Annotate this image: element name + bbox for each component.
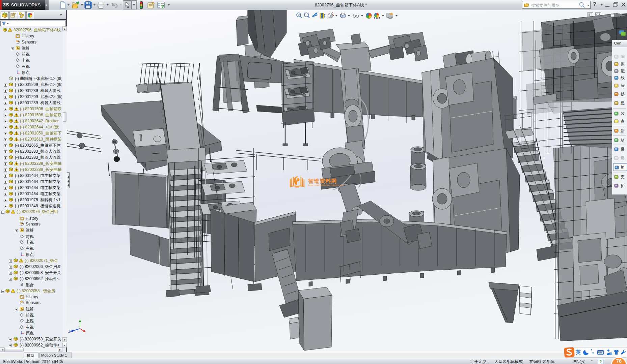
svg-text:25: 25 — [609, 353, 612, 355]
svg-text:Z: Z — [68, 329, 71, 333]
svg-text:?: ? — [599, 360, 602, 364]
svg-text:A: A — [17, 47, 19, 50]
svg-text:A: A — [21, 307, 23, 311]
svg-text:A: A — [21, 229, 23, 232]
svg-text:76: 76 — [616, 358, 622, 364]
